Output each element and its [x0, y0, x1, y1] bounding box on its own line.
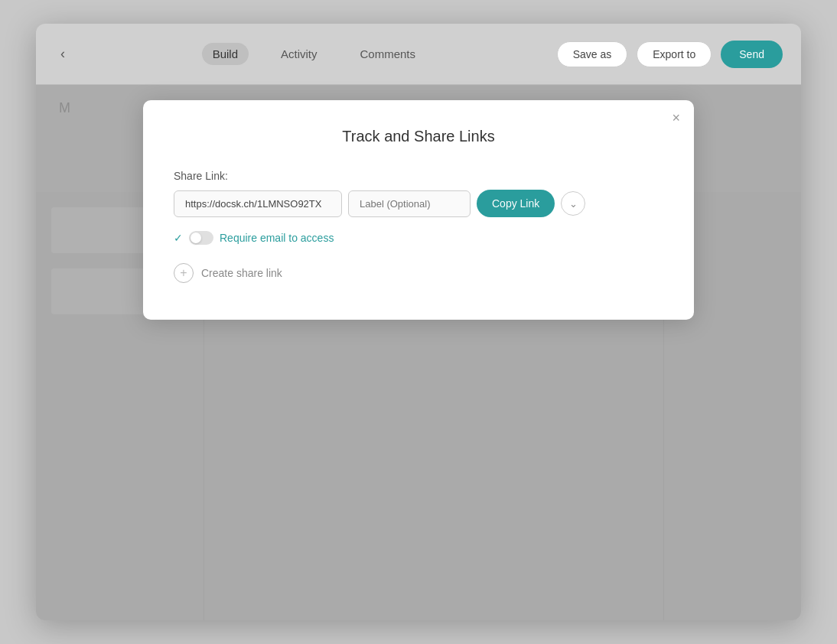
create-link-label: Create share link — [201, 267, 282, 279]
require-email-label[interactable]: Require email to access — [220, 232, 334, 244]
dropdown-button[interactable]: ⌄ — [561, 191, 585, 216]
checkmark-icon: ✓ — [174, 232, 183, 244]
app-window: ‹ Build Activity Comments Save as Export… — [36, 24, 801, 620]
send-button[interactable]: Send — [721, 41, 783, 68]
top-bar: ‹ Build Activity Comments Save as Export… — [36, 24, 801, 85]
tab-activity[interactable]: Activity — [270, 43, 328, 65]
modal-title: Track and Share Links — [174, 128, 663, 145]
modal-overlay: Track and Share Links × Share Link: Copy… — [36, 85, 801, 620]
back-button[interactable]: ‹ — [54, 41, 71, 67]
copy-link-button[interactable]: Copy Link — [477, 190, 555, 217]
back-icon: ‹ — [60, 46, 65, 61]
require-email-row: ✓ Require email to access — [174, 231, 663, 245]
share-link-label: Share Link: — [174, 170, 663, 182]
tab-comments[interactable]: Comments — [350, 43, 427, 65]
top-right-actions: Save as Export to Send — [557, 41, 783, 68]
nav-tabs: Build Activity Comments — [202, 43, 426, 65]
content-area: M Track and Share Links × Share Link: — [36, 85, 801, 620]
modal-close-button[interactable]: × — [672, 111, 680, 125]
require-email-toggle[interactable] — [189, 231, 213, 245]
plus-icon: + — [180, 266, 187, 280]
share-link-row: Copy Link ⌄ — [174, 190, 663, 217]
export-to-button[interactable]: Export to — [637, 41, 712, 67]
track-share-modal: Track and Share Links × Share Link: Copy… — [143, 100, 694, 320]
tab-build[interactable]: Build — [202, 43, 249, 65]
chevron-down-icon: ⌄ — [569, 198, 578, 210]
create-link-row: + Create share link — [174, 263, 663, 283]
share-label-input[interactable] — [348, 190, 471, 217]
create-link-button[interactable]: + — [174, 263, 194, 283]
save-as-button[interactable]: Save as — [557, 41, 628, 67]
share-url-input[interactable] — [174, 190, 342, 217]
